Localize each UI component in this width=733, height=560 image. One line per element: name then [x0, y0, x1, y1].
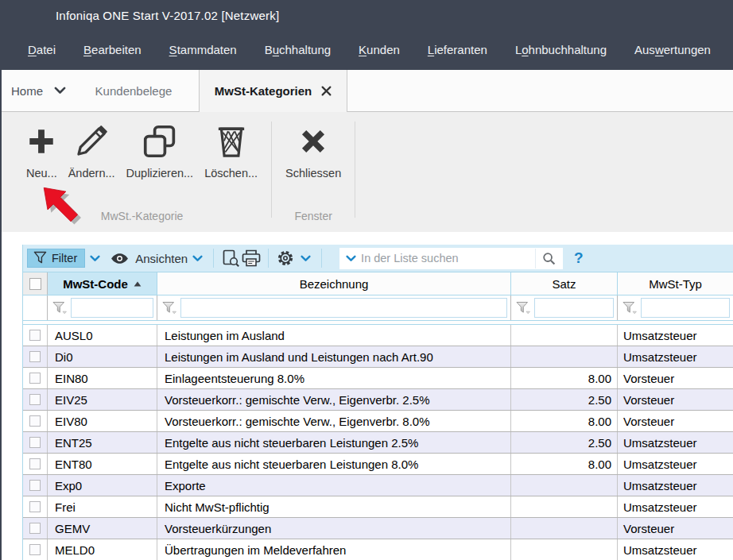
- row-checkbox-cell[interactable]: [23, 539, 48, 560]
- row-checkbox-cell[interactable]: [23, 368, 48, 388]
- row-checkbox[interactable]: [29, 330, 41, 341]
- ribbon-button-label: Schliessen: [285, 167, 341, 180]
- table-row[interactable]: FreiNicht MwSt-pflichtigUmsatzsteuer: [23, 496, 733, 518]
- gear-dropdown-chevron-icon[interactable]: [301, 255, 311, 262]
- menu-item-bearbeiten[interactable]: Bearbeiten: [83, 43, 142, 56]
- table-row[interactable]: ENT25Entgelte aus nicht steuerbaren Leis…: [23, 432, 733, 454]
- funnel-icon[interactable]: [161, 301, 178, 315]
- row-checkbox-cell[interactable]: [23, 325, 48, 346]
- row-checkbox-cell[interactable]: [23, 475, 48, 496]
- duplizieren-button[interactable]: Duplizieren...: [121, 119, 200, 180]
- cell-satz: [511, 325, 618, 346]
- neu-button[interactable]: Neu...: [21, 119, 63, 180]
- close-icon[interactable]: [321, 86, 332, 96]
- menu-item-datei[interactable]: Datei: [28, 43, 56, 56]
- print-icon[interactable]: [241, 248, 262, 268]
- views-button[interactable]: Ansichten: [111, 252, 188, 265]
- cell-bez: Einlageentsteuerung 8.0%: [157, 368, 511, 388]
- search-icon[interactable]: [535, 249, 562, 268]
- ändern-button[interactable]: Ändern...: [63, 119, 121, 180]
- table-row[interactable]: Exp0ExporteUmsatzsteuer: [23, 475, 733, 496]
- column-header-bez[interactable]: Bezeichnung: [157, 272, 511, 295]
- gear-icon[interactable]: [275, 248, 296, 268]
- help-button[interactable]: ?: [574, 249, 584, 267]
- row-checkbox[interactable]: [29, 373, 41, 384]
- views-dropdown-chevron-icon[interactable]: [192, 255, 203, 262]
- tab-home[interactable]: Home: [11, 70, 66, 111]
- row-checkbox-cell[interactable]: [23, 454, 48, 474]
- row-checkbox[interactable]: [29, 415, 41, 427]
- column-header-code[interactable]: MwSt-Code: [48, 272, 157, 295]
- print-preview-icon[interactable]: [220, 248, 241, 268]
- schliessen-button[interactable]: Schliessen: [280, 119, 347, 180]
- menu-item-buchhaltung[interactable]: Buchhaltung: [265, 43, 331, 56]
- filter-input-bez[interactable]: [180, 298, 507, 318]
- cell-bez: Entgelte aus nicht steuerbaren Leistunge…: [157, 432, 511, 453]
- row-checkbox[interactable]: [29, 544, 41, 555]
- menu-item-lohnbuchhaltung[interactable]: Lohnbuchhaltung: [515, 43, 607, 56]
- cell-code: EIV80: [48, 411, 157, 431]
- table-row[interactable]: MELD0Übertragungen im MeldeverfahrenUmsa…: [23, 539, 733, 560]
- row-checkbox[interactable]: [29, 523, 41, 534]
- tab-bar: Home Kundenbelege MwSt-Kategorien: [0, 70, 733, 112]
- tab-kundenbelege[interactable]: Kundenbelege: [86, 70, 181, 111]
- table-row[interactable]: Di0Leistungen im Ausland und Leistungen …: [23, 346, 733, 368]
- menu-item-kunden[interactable]: Kunden: [359, 43, 400, 56]
- toolbar-separator: [321, 249, 322, 268]
- app-window: Infoniqa ONE Start V-2017.02 [Netzwerk] …: [0, 0, 733, 560]
- row-checkbox[interactable]: [29, 501, 41, 512]
- filter-checkbox-cell: [23, 295, 48, 320]
- table-row[interactable]: EIV80Vorsteuerkorr.: gemischte Verw., Ei…: [23, 411, 733, 432]
- table-row[interactable]: ENT80Entgelte aus nicht steuerbaren Leis…: [23, 454, 733, 475]
- table-row[interactable]: GEMVVorsteuerkürzungenVorsteuer: [23, 518, 733, 539]
- chevron-down-icon[interactable]: [54, 87, 66, 95]
- funnel-icon[interactable]: [515, 301, 532, 315]
- row-checkbox-cell[interactable]: [23, 389, 48, 410]
- filter-button[interactable]: Filter: [27, 249, 85, 268]
- cell-satz: [511, 475, 618, 496]
- table-row[interactable]: AUSL0Leistungen im AuslandUmsatzsteuer: [23, 325, 733, 346]
- row-checkbox-cell[interactable]: [23, 518, 48, 539]
- cell-typ: Vorsteuer: [618, 411, 733, 431]
- filter-input-code[interactable]: [71, 298, 153, 318]
- row-checkbox[interactable]: [29, 480, 41, 491]
- funnel-icon[interactable]: [52, 301, 68, 315]
- cell-code: MELD0: [48, 539, 157, 560]
- select-all-checkbox[interactable]: [29, 278, 41, 290]
- search-input[interactable]: [359, 251, 535, 265]
- search-box: [339, 248, 563, 269]
- plus-icon: [27, 119, 56, 164]
- filter-input-satz[interactable]: [534, 298, 614, 318]
- row-checkbox[interactable]: [29, 394, 41, 405]
- select-all-checkbox-cell[interactable]: [23, 272, 48, 295]
- filter-input-typ[interactable]: [641, 298, 730, 318]
- cell-code: Di0: [48, 346, 157, 367]
- row-checkbox-cell[interactable]: [23, 346, 48, 367]
- table-row[interactable]: EIN80Einlageentsteuerung 8.0%8.00Vorsteu…: [23, 368, 733, 389]
- filter-cell-typ: [618, 295, 733, 320]
- column-header-typ[interactable]: MwSt-Typ: [618, 272, 733, 295]
- table-filter-row: [23, 295, 733, 321]
- cell-satz: 8.00: [511, 454, 618, 474]
- menu-item-stammdaten[interactable]: Stammdaten: [169, 43, 237, 56]
- löschen-button[interactable]: Löschen...: [199, 119, 263, 180]
- row-checkbox-cell[interactable]: [23, 411, 48, 431]
- search-scope-chevron-icon[interactable]: [340, 255, 359, 262]
- column-header-satz[interactable]: Satz: [511, 272, 618, 295]
- table-row[interactable]: EIV25Vorsteuerkorr.: gemischte Verw., Ei…: [23, 389, 733, 411]
- row-checkbox[interactable]: [29, 458, 41, 469]
- row-checkbox-cell[interactable]: [23, 432, 48, 453]
- row-checkbox[interactable]: [29, 351, 41, 362]
- menu-item-lieferanten[interactable]: Lieferanten: [428, 43, 487, 56]
- menu-item-auswertungen[interactable]: Auswertungen: [634, 43, 711, 56]
- row-checkbox[interactable]: [29, 437, 41, 448]
- tab-home-label: Home: [11, 84, 43, 98]
- funnel-icon[interactable]: [622, 301, 638, 315]
- filter-dropdown-chevron-icon[interactable]: [90, 255, 100, 262]
- title-bar: Infoniqa ONE Start V-2017.02 [Netzwerk] …: [0, 0, 733, 70]
- row-checkbox-cell[interactable]: [23, 496, 48, 517]
- tab-kundenbelege-label: Kundenbelege: [95, 84, 173, 98]
- cell-code: ENT80: [48, 454, 157, 474]
- tab-mwst-kategorien[interactable]: MwSt-Kategorien: [199, 70, 347, 112]
- window-title: Infoniqa ONE Start V-2017.02 [Netzwerk]: [56, 9, 279, 22]
